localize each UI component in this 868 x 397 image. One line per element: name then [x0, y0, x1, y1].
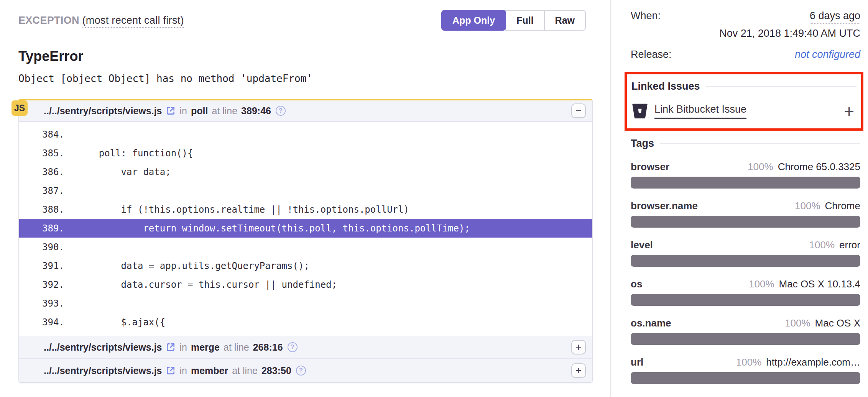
- at-line-label: at line: [212, 105, 237, 116]
- tag-distribution-bar[interactable]: [631, 216, 860, 228]
- code-line: 389. return window.setTimeout(this.poll,…: [19, 219, 592, 238]
- platform-js-badge: JS: [12, 100, 28, 116]
- code-line: 391. data = app.utils.getQueryParams();: [19, 256, 592, 275]
- add-linked-issue-button[interactable]: +: [844, 102, 856, 120]
- line-source: return window.setTimeout(this.poll, this…: [77, 223, 470, 234]
- in-label: in: [179, 365, 187, 376]
- frame-header-poll[interactable]: ../../sentry/scripts/views.js in poll at…: [19, 100, 592, 122]
- tag-row: url 100%http://example.com…: [631, 356, 860, 384]
- linked-issues-header: Linked Issues: [631, 80, 856, 92]
- tag-value-link[interactable]: Mac OS X: [815, 317, 860, 329]
- line-number: 394.: [19, 317, 77, 328]
- tag-distribution-bar[interactable]: [631, 255, 860, 267]
- when-row: When: 6 days ago: [631, 10, 860, 24]
- tag-value-link[interactable]: error: [839, 239, 860, 251]
- tag-list: browser 100%Chrome 65.0.3325 browser.nam…: [631, 161, 860, 384]
- code-line: 385. poll: function(){: [19, 144, 592, 162]
- tag-percent: 100%: [748, 161, 773, 172]
- event-sidebar: When: 6 days ago Nov 21, 2018 1:49:40 AM…: [610, 0, 868, 397]
- tag-key-link[interactable]: url: [631, 356, 643, 368]
- tag-row: os.name 100%Mac OS X: [631, 317, 860, 345]
- tag-value-wrap: 100%Mac OS X 10.13.4: [749, 278, 860, 290]
- source-context: 384. 385. poll: function(){ 386. var dat…: [19, 122, 592, 336]
- external-link-icon[interactable]: [166, 106, 176, 116]
- link-bitbucket-issue-link[interactable]: Link Bitbucket Issue: [654, 103, 746, 119]
- tag-percent: 100%: [795, 200, 820, 212]
- tag-head: os 100%Mac OS X 10.13.4: [631, 278, 860, 290]
- exception-message: Object [object Object] has no method 'up…: [18, 73, 586, 84]
- tag-value-link[interactable]: Chrome: [825, 200, 860, 212]
- tag-key-link[interactable]: browser.name: [631, 200, 698, 212]
- tag-row: browser.name 100%Chrome: [631, 200, 860, 228]
- code-line: 394. $.ajax({: [19, 313, 592, 331]
- tag-key-link[interactable]: browser: [631, 161, 669, 173]
- frame-function: merge: [191, 342, 220, 353]
- at-line-label: at line: [232, 365, 258, 376]
- in-label: in: [179, 105, 187, 116]
- section-divider: [660, 143, 860, 144]
- line-source: data = app.utils.getQueryParams();: [77, 261, 309, 271]
- when-relative: 6 days ago: [810, 10, 860, 24]
- toggle-full-button[interactable]: Full: [505, 10, 544, 31]
- frame-header-member[interactable]: ../../sentry/scripts/views.js in member …: [19, 359, 592, 382]
- section-divider: [706, 86, 856, 87]
- exception-panel: EXCEPTION (most recent call first) App O…: [0, 0, 610, 397]
- in-label: in: [179, 342, 187, 353]
- exception-header: EXCEPTION (most recent call first) App O…: [18, 10, 586, 31]
- linked-issues-title: Linked Issues: [631, 80, 700, 92]
- line-source: $.ajax({: [77, 317, 165, 328]
- line-number: 391.: [19, 261, 77, 271]
- release-row: Release: not configured: [631, 49, 860, 61]
- expand-frame-button[interactable]: +: [571, 363, 586, 378]
- line-source: if (!this.options.realtime || !this.opti…: [77, 204, 409, 215]
- expand-frame-button[interactable]: +: [571, 340, 586, 354]
- toggle-app-only-button[interactable]: App Only: [441, 10, 506, 31]
- line-number: 387.: [19, 185, 77, 196]
- tag-key-link[interactable]: level: [631, 239, 653, 251]
- tag-value-link[interactable]: http://example.com…: [766, 356, 860, 368]
- line-number: 392.: [19, 279, 77, 290]
- code-line: 393.: [19, 294, 592, 313]
- tag-percent: 100%: [809, 239, 835, 251]
- code-line: 387.: [19, 181, 592, 200]
- tag-distribution-bar[interactable]: [631, 294, 860, 306]
- external-link-icon[interactable]: [166, 366, 176, 376]
- frame-filename[interactable]: ../../sentry/scripts/views.js: [44, 365, 162, 376]
- frame-lineno: 389:46: [241, 105, 271, 116]
- when-label: When:: [631, 10, 661, 22]
- frame-lineno: 268:16: [253, 342, 283, 353]
- when-absolute: Nov 21, 2018 1:49:40 AM UTC: [631, 28, 860, 39]
- help-icon[interactable]: ?: [288, 342, 298, 352]
- frame-header-merge[interactable]: ../../sentry/scripts/views.js in merge a…: [19, 336, 592, 359]
- code-line: 388. if (!this.options.realtime || !this…: [19, 200, 592, 219]
- line-source: data.cursor = this.cursor || undefined;: [77, 279, 337, 290]
- frame-filename[interactable]: ../../sentry/scripts/views.js: [44, 342, 162, 353]
- line-number: 386.: [19, 167, 77, 177]
- tags-title: Tags: [631, 138, 654, 149]
- stack-trace: JS ../../sentry/scripts/views.js in poll…: [18, 99, 593, 383]
- external-link-icon[interactable]: [166, 342, 176, 352]
- help-icon[interactable]: ?: [276, 106, 286, 116]
- code-line: 384.: [19, 125, 592, 144]
- tag-value-link[interactable]: Mac OS X 10.13.4: [779, 278, 860, 290]
- exception-type: TypeError: [18, 48, 586, 64]
- release-not-configured-link[interactable]: not configured: [795, 49, 860, 61]
- tag-distribution-bar[interactable]: [631, 333, 860, 345]
- toggle-raw-button[interactable]: Raw: [544, 10, 586, 31]
- tag-percent: 100%: [736, 356, 762, 368]
- tags-section: Tags browser 100%Chrome 65.0.3325 browse…: [631, 138, 860, 384]
- frame-filename[interactable]: ../../sentry/scripts/views.js: [44, 105, 162, 116]
- line-number: 393.: [19, 298, 77, 309]
- tag-key-link[interactable]: os: [631, 278, 642, 290]
- tag-key-link[interactable]: os.name: [631, 317, 671, 329]
- tag-value-link[interactable]: Chrome 65.0.3325: [778, 161, 860, 172]
- tag-head: browser 100%Chrome 65.0.3325: [631, 161, 860, 173]
- tag-distribution-bar[interactable]: [631, 372, 860, 384]
- call-order-note: (most recent call first): [82, 15, 184, 28]
- collapse-frame-button[interactable]: −: [571, 103, 586, 118]
- help-icon[interactable]: ?: [296, 366, 306, 376]
- tag-percent: 100%: [785, 317, 810, 329]
- frame-lineno: 283:50: [261, 365, 291, 376]
- tag-distribution-bar[interactable]: [631, 177, 860, 189]
- link-bitbucket-row: Link Bitbucket Issue +: [631, 102, 856, 120]
